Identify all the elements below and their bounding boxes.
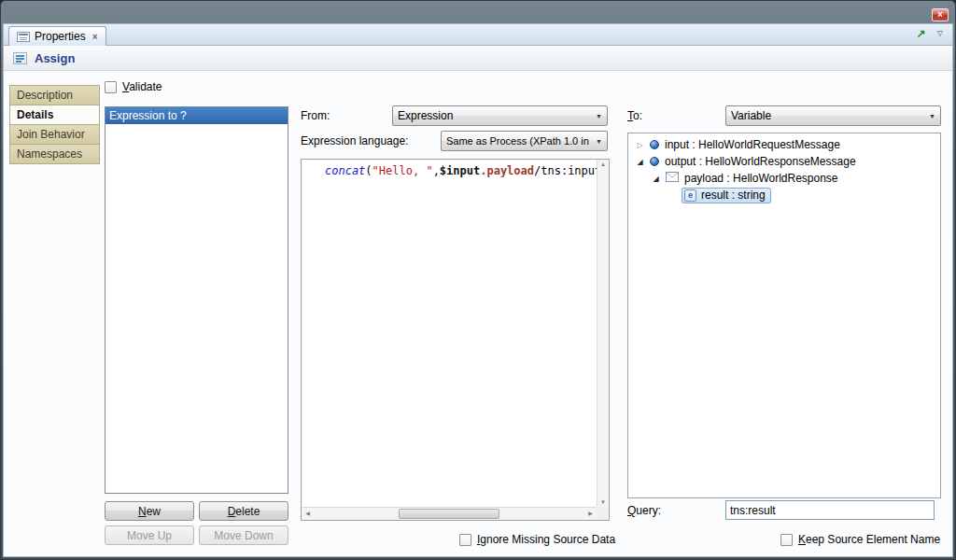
tree-item-label: output : HelloWorldResponseMessage bbox=[665, 155, 856, 168]
view-toolbar: ↗ ▽ bbox=[917, 28, 943, 39]
validate-checkbox[interactable] bbox=[105, 81, 117, 93]
validate-row: Validate bbox=[105, 80, 162, 93]
from-combo[interactable]: Expression ▼ bbox=[392, 105, 608, 126]
list-item[interactable]: Expression to ? bbox=[105, 107, 288, 124]
view-tab-strip: Properties × ↗ ▽ bbox=[4, 24, 952, 46]
scroll-down-icon[interactable]: ▼ bbox=[598, 499, 609, 505]
code-token: $input bbox=[440, 164, 480, 177]
new-button[interactable]: New bbox=[105, 501, 194, 521]
from-combo-value: Expression bbox=[398, 109, 591, 122]
code-token: ( bbox=[365, 164, 372, 177]
view-menu-icon[interactable]: ▽ bbox=[937, 28, 943, 39]
tree-expander-icon[interactable]: ▷ bbox=[636, 141, 644, 149]
scrollbar-thumb[interactable] bbox=[399, 509, 499, 519]
expression-editor[interactable]: concat("Hello, ",$input.payload/tns:inpu… bbox=[301, 159, 610, 521]
chevron-down-icon: ▼ bbox=[929, 113, 935, 119]
vertical-scrollbar[interactable]: ▲ ▼ bbox=[597, 160, 609, 507]
scroll-left-icon[interactable]: ◀ bbox=[302, 508, 314, 520]
tree-selection[interactable]: e result : string bbox=[682, 188, 771, 203]
message-icon bbox=[666, 172, 679, 185]
variable-icon bbox=[650, 157, 659, 166]
tree-item-payload[interactable]: ◢ payload : HelloWorldResponse bbox=[628, 170, 940, 187]
validate-label: Validate bbox=[122, 80, 162, 93]
code-token: "Hello, " bbox=[373, 164, 433, 177]
scrollbar-corner bbox=[597, 507, 609, 520]
tab-properties-label: Properties bbox=[35, 30, 86, 43]
tree-item-label: input : HelloWorldRequestMessage bbox=[665, 138, 840, 151]
query-label: Query: bbox=[627, 500, 661, 521]
window-close-button[interactable]: × bbox=[932, 8, 949, 21]
keep-source-checkbox[interactable] bbox=[780, 534, 793, 546]
variable-tree[interactable]: ▷ input : HelloWorldRequestMessage ◢ out… bbox=[627, 133, 941, 498]
expression-language-label: Expression language: bbox=[301, 131, 408, 151]
sidebar-tab-namespaces[interactable]: Namespaces bbox=[9, 144, 100, 164]
page-title: Assign bbox=[35, 51, 75, 65]
keep-source-label: Keep Source Element Name bbox=[798, 533, 940, 546]
code-token: , bbox=[433, 164, 440, 177]
assign-icon bbox=[13, 52, 27, 64]
tab-close-icon[interactable]: × bbox=[92, 32, 98, 42]
delete-button-label: Delete bbox=[228, 505, 260, 518]
expression-language-combo[interactable]: Same as Process (XPath 1.0 in ▼ bbox=[441, 131, 608, 151]
move-down-button[interactable]: Move Down bbox=[199, 525, 288, 545]
move-up-button[interactable]: Move Up bbox=[105, 525, 194, 545]
scroll-up-icon[interactable]: ▲ bbox=[598, 161, 609, 167]
tree-expander-icon[interactable]: ◢ bbox=[636, 158, 644, 166]
properties-window: × Properties × ↗ ▽ Assign Description De… bbox=[0, 0, 956, 560]
tree-item-result[interactable]: e result : string bbox=[628, 187, 940, 203]
tab-properties[interactable]: Properties × bbox=[8, 26, 106, 46]
view-client-area: Properties × ↗ ▽ Assign Description Deta… bbox=[4, 24, 952, 556]
code-token: .payload bbox=[480, 164, 534, 177]
sidebar-tab-details[interactable]: Details bbox=[9, 105, 100, 125]
new-button-label: New bbox=[138, 505, 161, 518]
tree-item-label: payload : HelloWorldResponse bbox=[684, 172, 838, 185]
expression-code[interactable]: concat("Hello, ",$input.payload/tns:inpu… bbox=[302, 160, 597, 507]
tree-expander-icon[interactable]: ◢ bbox=[652, 175, 660, 183]
ignore-missing-label: Ignore Missing Source Data bbox=[477, 533, 615, 546]
sidebar-tab-join-behavior[interactable]: Join Behavior bbox=[9, 124, 100, 145]
tree-item-label: result : string bbox=[701, 189, 766, 202]
keep-source-row: Keep Source Element Name bbox=[780, 533, 940, 546]
to-combo[interactable]: Variable ▼ bbox=[725, 105, 941, 126]
tree-item-input[interactable]: ▷ input : HelloWorldRequestMessage bbox=[628, 136, 940, 153]
code-token: /tns:input bbox=[534, 164, 597, 177]
variable-icon bbox=[650, 140, 659, 149]
expression-list[interactable]: Expression to ? bbox=[105, 106, 288, 494]
chevron-down-icon: ▼ bbox=[596, 113, 602, 119]
maximize-icon[interactable]: ↗ bbox=[917, 28, 926, 39]
element-icon: e bbox=[684, 189, 696, 202]
code-token: concat bbox=[325, 164, 365, 177]
tree-item-output[interactable]: ◢ output : HelloWorldResponseMessage bbox=[628, 153, 940, 170]
sidebar: Description Details Join Behavior Namesp… bbox=[9, 86, 100, 164]
to-label: To: bbox=[627, 105, 642, 126]
scroll-right-icon[interactable]: ▶ bbox=[584, 508, 597, 520]
horizontal-scrollbar[interactable]: ◀ ▶ bbox=[302, 507, 597, 520]
properties-icon bbox=[17, 32, 30, 42]
ignore-missing-row: Ignore Missing Source Data bbox=[459, 533, 615, 546]
expression-language-value: Same as Process (XPath 1.0 in bbox=[446, 135, 591, 147]
from-label: From: bbox=[301, 105, 330, 126]
delete-button[interactable]: Delete bbox=[199, 501, 288, 521]
to-combo-value: Variable bbox=[731, 109, 924, 122]
query-input[interactable] bbox=[725, 500, 935, 520]
ignore-missing-checkbox[interactable] bbox=[459, 534, 471, 546]
chevron-down-icon: ▼ bbox=[596, 138, 602, 145]
view-header: Assign bbox=[4, 46, 952, 71]
sidebar-tab-description[interactable]: Description bbox=[9, 85, 100, 105]
